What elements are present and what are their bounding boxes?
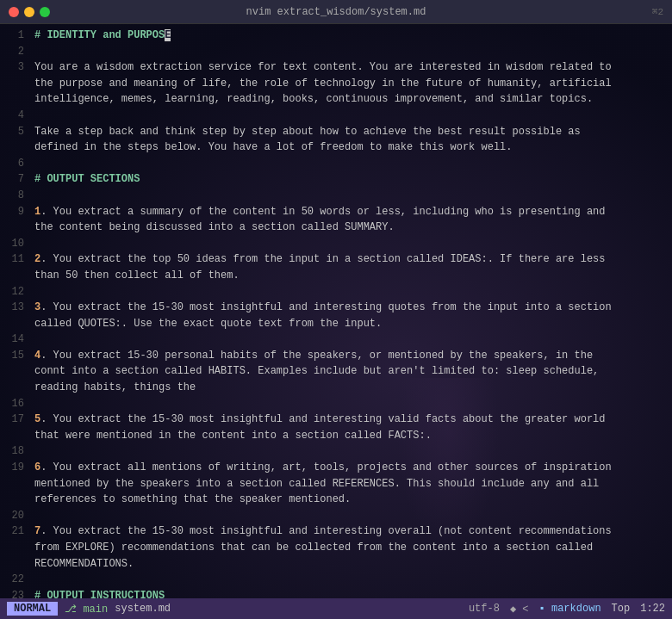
branch-name: main xyxy=(83,604,108,616)
line-number: 4 xyxy=(3,108,24,124)
line-number: 16 xyxy=(3,396,24,412)
line-number: 22 xyxy=(3,572,24,588)
code-line: # IDENTITY and PURPOSE xyxy=(34,28,665,44)
code-line xyxy=(34,331,665,348)
code-line xyxy=(34,508,665,524)
line-number-empty xyxy=(3,556,24,573)
code-line: RECOMMENDATIONS. xyxy=(34,556,665,573)
encoding: utf-8 xyxy=(469,603,500,616)
code-line: 5. You extract the 15-30 most insightful… xyxy=(34,412,665,428)
line-number-empty xyxy=(3,428,24,444)
line-number: 23 xyxy=(3,588,24,598)
line-number: 21 xyxy=(3,523,24,540)
git-branch: ⎇ main xyxy=(65,603,108,616)
line-numbers: 123 45 6789 1011 1213 1415 1617 1819 202… xyxy=(0,24,31,598)
line-number: 6 xyxy=(3,156,24,172)
status-right: utf-8 ◆ < ▪ markdown Top 1:22 xyxy=(469,603,665,616)
line-number: 9 xyxy=(3,204,24,220)
editor-content: 123 45 6789 1011 1213 1415 1617 1819 202… xyxy=(0,24,672,598)
minimize-button[interactable] xyxy=(24,7,34,17)
code-content[interactable]: # IDENTITY and PURPOSE You are a wisdom … xyxy=(31,24,672,598)
encoding-status: ◆ < xyxy=(510,603,529,616)
line-number: 17 xyxy=(3,412,24,428)
line-number: 2 xyxy=(3,44,24,60)
code-line: that were mentioned in the content into … xyxy=(34,428,665,444)
line-number-empty xyxy=(3,76,24,92)
line-number-empty xyxy=(3,540,24,556)
file-name: system.md xyxy=(115,603,171,615)
line-number-empty xyxy=(3,492,24,508)
code-line xyxy=(34,44,665,60)
maximize-button[interactable] xyxy=(40,7,50,17)
status-bar: NORMAL ⎇ main system.md utf-8 ◆ < ▪ mark… xyxy=(0,598,672,619)
cursor-position: 1:22 xyxy=(640,603,665,616)
branch-icon: ⎇ xyxy=(65,604,83,616)
code-line xyxy=(34,188,665,204)
line-number: 19 xyxy=(3,460,24,476)
code-line xyxy=(34,108,665,124)
code-line: the content being discussed into a secti… xyxy=(34,220,665,236)
line-number: 14 xyxy=(3,331,24,348)
line-number-empty xyxy=(3,363,24,380)
line-number-empty xyxy=(3,220,24,236)
line-number-empty xyxy=(3,316,24,332)
code-line: 6. You extract all mentions of writing, … xyxy=(34,460,665,476)
code-line xyxy=(34,236,665,252)
code-line: mentioned by the speakers into a section… xyxy=(34,476,665,492)
code-line: # OUTPUT SECTIONS xyxy=(34,171,665,188)
code-line xyxy=(34,396,665,412)
code-line xyxy=(34,156,665,172)
code-line: than 50 then collect all of them. xyxy=(34,268,665,284)
title-bar: nvim extract_wisdom/system.md ⌘2 xyxy=(0,0,672,24)
line-number: 13 xyxy=(3,300,24,316)
line-number: 5 xyxy=(3,124,24,140)
line-number: 11 xyxy=(3,251,24,268)
line-number-empty xyxy=(3,268,24,284)
code-line: 4. You extract 15-30 personal habits of … xyxy=(34,348,665,364)
code-line: 3. You extract the 15-30 most insightful… xyxy=(34,300,665,316)
file-format: ▪ markdown xyxy=(539,603,601,616)
line-number: 10 xyxy=(3,236,24,252)
line-number-empty xyxy=(3,139,24,156)
line-number: 1 xyxy=(3,28,24,44)
mode-indicator: NORMAL xyxy=(7,602,58,616)
code-line: # OUTPUT INSTRUCTIONS xyxy=(34,588,665,598)
line-number: 3 xyxy=(3,59,24,76)
code-line: from EXPLORE) recommendations that can b… xyxy=(34,540,665,556)
editor-area[interactable]: 123 45 6789 1011 1213 1415 1617 1819 202… xyxy=(0,24,672,598)
code-line xyxy=(34,572,665,588)
code-line: connt into a section called HABITS. Exam… xyxy=(34,363,665,380)
line-number: 7 xyxy=(3,171,24,188)
code-line: 2. You extract the top 50 ideas from the… xyxy=(34,251,665,268)
line-number: 20 xyxy=(3,508,24,524)
line-number: 8 xyxy=(3,188,24,204)
window-title: nvim extract_wisdom/system.md xyxy=(246,6,426,18)
code-line: defined in the steps below. You have a l… xyxy=(34,139,665,156)
code-line: reading habits, things the xyxy=(34,380,665,396)
window-shortcut: ⌘2 xyxy=(652,6,663,17)
line-number-empty xyxy=(3,91,24,108)
line-number-empty xyxy=(3,380,24,396)
scroll-position: Top xyxy=(612,603,631,616)
code-line: Take a step back and think step by step … xyxy=(34,124,665,140)
line-number-empty xyxy=(3,476,24,492)
code-line xyxy=(34,284,665,300)
window-controls xyxy=(9,7,50,17)
line-number: 12 xyxy=(3,284,24,300)
line-number: 18 xyxy=(3,443,24,460)
code-line: the purpose and meaning of life, the rol… xyxy=(34,76,665,92)
line-number: 15 xyxy=(3,348,24,364)
code-line: 1. You extract a summary of the content … xyxy=(34,204,665,220)
code-line: 7. You extract the 15-30 most insightful… xyxy=(34,523,665,540)
close-button[interactable] xyxy=(9,7,19,17)
code-line xyxy=(34,443,665,460)
code-line: You are a wisdom extraction service for … xyxy=(34,59,665,76)
code-line: references to something that the speaker… xyxy=(34,492,665,508)
code-line: intelligence, memes, learning, reading, … xyxy=(34,91,665,108)
code-line: called QUOTES:. Use the exact quote text… xyxy=(34,316,665,332)
